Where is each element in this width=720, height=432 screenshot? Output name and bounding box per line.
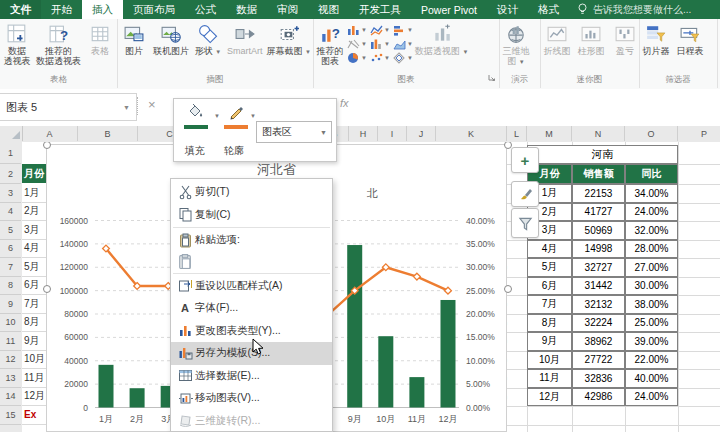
svg-text:?: ? (332, 26, 340, 41)
ribbon-button-形状[interactable]: 形状 ▼ (191, 21, 225, 58)
row-header-10[interactable]: 10 (0, 314, 21, 333)
row-header-6[interactable]: 6 (0, 240, 21, 259)
tab-格式[interactable]: 格式 (528, 0, 569, 19)
dialog-launcher-icon[interactable] (488, 68, 496, 86)
row-header-8[interactable]: 8 (0, 277, 21, 296)
tab-数据[interactable]: 数据 (226, 0, 267, 19)
fill-button[interactable] (184, 104, 208, 129)
ribbon-button-推荐的图表[interactable]: ?推荐的图表 (313, 21, 347, 67)
row-header-4[interactable]: 4 (0, 203, 21, 222)
tab-开始[interactable]: 开始 (41, 0, 82, 19)
chart-elements-button[interactable]: + (511, 147, 539, 173)
menu-item-选择数据E[interactable]: 选择数据(E)... (171, 365, 332, 388)
tell-me-search[interactable]: 告诉我您想要做什么... (569, 0, 720, 19)
hidden-text-fragment: 北 (367, 186, 378, 201)
chart-type-icon-0[interactable]: ▼ (347, 24, 367, 36)
column-header-O[interactable]: O (625, 126, 678, 141)
menu-item-移动图表V[interactable]: 移动图表(V)... (171, 387, 332, 410)
name-box[interactable]: 图表 5 ▼ (0, 93, 137, 121)
chart-type-icon-5[interactable]: ▼ (393, 38, 413, 50)
tab-插入[interactable]: 插入 (82, 0, 123, 19)
column-header-B[interactable]: B (78, 126, 138, 141)
cancel-icon[interactable]: × (148, 97, 156, 112)
select-all-corner[interactable] (0, 126, 23, 141)
ribbon-button-盈亏: 盈亏 (608, 21, 642, 57)
column-header-J[interactable]: J (407, 126, 436, 141)
chart-type-icon-2[interactable]: ▼ (393, 24, 413, 36)
row-header-3[interactable]: 3 (0, 184, 21, 203)
column-header-H[interactable]: H (349, 126, 378, 141)
ribbon-button-屏幕截图[interactable]: 屏幕截图 ▼ (265, 21, 313, 58)
left-table-month-10月: 10月 (22, 351, 48, 370)
svg-text:?: ? (60, 28, 68, 43)
row-header-11[interactable]: 11 (0, 332, 21, 351)
menu-item-复制C[interactable]: 复制(C) (171, 204, 332, 227)
row-header-7[interactable]: 7 (0, 258, 21, 277)
tab-开发工具[interactable]: 开发工具 (349, 0, 411, 19)
ribbon-button-切片器[interactable]: 切片器 (639, 21, 673, 57)
row-header-2[interactable]: 2 (0, 164, 21, 184)
column-headers[interactable]: ABCDEFGHIJKLMNOP (0, 126, 720, 143)
row-header-12[interactable]: 12 (0, 351, 21, 370)
outline-button[interactable] (224, 104, 248, 129)
fx-icon[interactable]: fx (340, 97, 349, 109)
selection-handle[interactable] (43, 285, 51, 293)
tab-页面布局[interactable]: 页面布局 (123, 0, 185, 19)
ribbon-button-日程表[interactable]: 日程表 (673, 21, 707, 57)
formula-bar-divider[interactable] (137, 97, 141, 115)
column-header-A[interactable]: A (22, 126, 78, 141)
row-header-5[interactable]: 5 (0, 221, 21, 240)
column-header-K[interactable]: K (436, 126, 507, 141)
selection-handle[interactable] (504, 285, 512, 293)
menu-item-paste-option[interactable] (171, 252, 332, 272)
chart-element-selector[interactable]: 图表区 ▼ (256, 121, 332, 143)
column-header-I[interactable]: I (378, 126, 407, 141)
row-header-14[interactable]: 14 (0, 388, 21, 407)
ribbon-button-数据透视表[interactable]: 数据透视表 (0, 21, 34, 67)
menu-item-剪切T[interactable]: 剪切(T) (171, 181, 332, 204)
savetpl-icon (175, 345, 195, 361)
tab-设计[interactable]: 设计 (487, 0, 528, 19)
row-header-13[interactable]: 13 (0, 369, 21, 388)
fill-caret-icon[interactable]: ▼ (214, 113, 220, 119)
chart-type-icon-7[interactable]: ▼ (370, 52, 390, 64)
group-label-演示: 演示 (499, 74, 540, 86)
tab-Power Pivot[interactable]: Power Pivot (411, 0, 487, 19)
chart-type-icon-3[interactable]: ▼ (347, 38, 367, 50)
context-menu: 剪切(T)复制(C)粘贴选项:重设以匹配样式(A)A字体(F)...更改图表类型… (170, 178, 333, 432)
tab-公式[interactable]: 公式 (185, 0, 226, 19)
chart-filters-button[interactable] (511, 208, 539, 238)
tab-文件[interactable]: 文件 (0, 0, 41, 19)
row-header-15[interactable]: 15 (0, 406, 21, 425)
formula-bar[interactable]: 图表 5 ▼ × fx (0, 89, 720, 127)
column-header-M[interactable]: M (527, 126, 572, 141)
table-cell: 7月 (527, 295, 572, 314)
row-header-1[interactable]: 1 (0, 142, 21, 164)
tab-视图[interactable]: 视图 (308, 0, 349, 19)
ribbon-button-推荐的数据透视表[interactable]: ?推荐的数据透视表 (34, 21, 83, 67)
table-cell: 38.00% (625, 295, 678, 314)
left-table-month-2月: 2月 (22, 203, 48, 222)
ribbon-button-图片[interactable]: 图片 (117, 21, 151, 57)
menu-item-字体F[interactable]: A字体(F)... (171, 297, 332, 320)
chart-type-icon-4[interactable]: ▼ (370, 38, 390, 50)
table-cell: 42986 (572, 388, 625, 407)
chart-type-icon-8[interactable]: ▼ (393, 52, 413, 64)
name-box-caret-icon[interactable]: ▼ (123, 104, 130, 111)
svg-text:1月: 1月 (99, 414, 113, 424)
chart-type-icon-6[interactable]: ▼ (347, 52, 367, 64)
chart-styles-button[interactable] (511, 181, 539, 207)
column-header-P[interactable]: P (678, 126, 720, 141)
column-header-L[interactable]: L (507, 126, 527, 141)
column-header-N[interactable]: N (572, 126, 625, 141)
ribbon-button-联机图片[interactable]: 联机图片 (151, 21, 191, 57)
menu-item-重设以匹配样式A[interactable]: 重设以匹配样式(A) (171, 275, 332, 298)
movechart-icon (175, 390, 195, 406)
chart-type-icon-1[interactable]: ▼ (370, 24, 390, 36)
menu-item-粘贴选项[interactable]: 粘贴选项: (171, 229, 332, 252)
row-headers[interactable]: 123456789101112131415 (0, 142, 23, 432)
row-header-9[interactable]: 9 (0, 295, 21, 314)
table-cell: 32.00% (625, 221, 678, 240)
outline-caret-icon[interactable]: ▼ (250, 113, 256, 119)
tab-审阅[interactable]: 审阅 (267, 0, 308, 19)
